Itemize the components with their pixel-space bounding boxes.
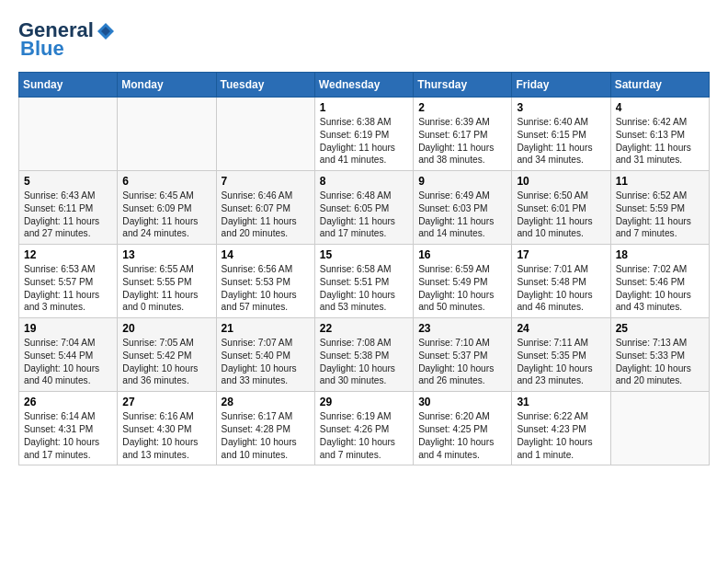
day-number: 31 xyxy=(517,396,605,408)
calendar-cell: 9Sunrise: 6:49 AM Sunset: 6:03 PM Daylig… xyxy=(414,171,512,245)
day-info: Sunrise: 6:49 AM Sunset: 6:03 PM Dayligh… xyxy=(418,190,506,240)
day-info: Sunrise: 6:53 AM Sunset: 5:57 PM Dayligh… xyxy=(24,263,112,314)
day-number: 23 xyxy=(418,322,506,335)
day-number: 24 xyxy=(517,322,605,335)
day-info: Sunrise: 6:14 AM Sunset: 4:31 PM Dayligh… xyxy=(24,410,112,461)
day-info: Sunrise: 6:39 AM Sunset: 6:17 PM Dayligh… xyxy=(418,116,506,167)
calendar-cell: 22Sunrise: 7:08 AM Sunset: 5:38 PM Dayli… xyxy=(314,318,413,392)
calendar-cell: 2Sunrise: 6:39 AM Sunset: 6:17 PM Daylig… xyxy=(414,98,512,171)
calendar-cell xyxy=(216,98,314,171)
calendar-cell: 3Sunrise: 6:40 AM Sunset: 6:15 PM Daylig… xyxy=(512,98,610,171)
calendar-cell: 20Sunrise: 7:05 AM Sunset: 5:42 PM Dayli… xyxy=(118,318,216,392)
day-number: 20 xyxy=(122,322,210,335)
day-number: 28 xyxy=(222,396,310,408)
day-number: 21 xyxy=(222,322,310,335)
calendar-week-row: 12Sunrise: 6:53 AM Sunset: 5:57 PM Dayli… xyxy=(19,245,710,318)
day-info: Sunrise: 7:10 AM Sunset: 5:37 PM Dayligh… xyxy=(418,337,506,387)
day-info: Sunrise: 6:48 AM Sunset: 6:05 PM Dayligh… xyxy=(320,190,408,240)
day-number: 13 xyxy=(122,248,210,261)
calendar-cell: 19Sunrise: 7:04 AM Sunset: 5:44 PM Dayli… xyxy=(19,318,118,392)
day-info: Sunrise: 6:16 AM Sunset: 4:30 PM Dayligh… xyxy=(122,410,210,461)
day-of-week-header: Sunday xyxy=(19,73,118,98)
day-number: 9 xyxy=(418,175,506,188)
day-number: 29 xyxy=(320,396,408,408)
day-info: Sunrise: 7:01 AM Sunset: 5:48 PM Dayligh… xyxy=(517,263,605,314)
day-info: Sunrise: 6:40 AM Sunset: 6:15 PM Dayligh… xyxy=(517,116,605,167)
logo-icon xyxy=(96,21,116,41)
calendar-cell: 12Sunrise: 6:53 AM Sunset: 5:57 PM Dayli… xyxy=(19,245,118,318)
calendar-cell: 31Sunrise: 6:22 AM Sunset: 4:23 PM Dayli… xyxy=(512,392,610,465)
calendar-cell: 10Sunrise: 6:50 AM Sunset: 6:01 PM Dayli… xyxy=(512,171,610,245)
calendar-cell xyxy=(118,98,216,171)
day-of-week-header: Friday xyxy=(512,73,610,98)
calendar-cell: 24Sunrise: 7:11 AM Sunset: 5:35 PM Dayli… xyxy=(512,318,610,392)
day-number: 6 xyxy=(122,175,210,188)
day-info: Sunrise: 7:08 AM Sunset: 5:38 PM Dayligh… xyxy=(320,337,408,387)
day-number: 10 xyxy=(517,175,605,188)
day-number: 8 xyxy=(320,175,408,188)
day-info: Sunrise: 6:42 AM Sunset: 6:13 PM Dayligh… xyxy=(616,116,704,167)
day-number: 14 xyxy=(222,248,310,261)
day-number: 15 xyxy=(320,248,408,261)
day-number: 18 xyxy=(616,248,704,261)
day-of-week-header: Wednesday xyxy=(314,73,413,98)
day-info: Sunrise: 6:55 AM Sunset: 5:55 PM Dayligh… xyxy=(122,263,210,314)
day-info: Sunrise: 7:04 AM Sunset: 5:44 PM Dayligh… xyxy=(24,337,112,387)
calendar-cell: 1Sunrise: 6:38 AM Sunset: 6:19 PM Daylig… xyxy=(314,98,413,171)
day-of-week-header: Thursday xyxy=(414,73,512,98)
day-number: 25 xyxy=(616,322,704,335)
day-info: Sunrise: 6:45 AM Sunset: 6:09 PM Dayligh… xyxy=(122,190,210,240)
day-number: 7 xyxy=(222,175,310,188)
day-number: 5 xyxy=(24,175,112,188)
day-info: Sunrise: 7:11 AM Sunset: 5:35 PM Dayligh… xyxy=(517,337,605,387)
day-number: 26 xyxy=(24,396,112,408)
day-info: Sunrise: 7:07 AM Sunset: 5:40 PM Dayligh… xyxy=(222,337,310,387)
day-info: Sunrise: 6:17 AM Sunset: 4:28 PM Dayligh… xyxy=(222,410,310,461)
day-number: 19 xyxy=(24,322,112,335)
day-number: 4 xyxy=(616,101,704,114)
day-number: 2 xyxy=(418,101,506,114)
calendar-cell: 30Sunrise: 6:20 AM Sunset: 4:25 PM Dayli… xyxy=(414,392,512,465)
calendar-cell: 4Sunrise: 6:42 AM Sunset: 6:13 PM Daylig… xyxy=(610,98,709,171)
logo: General Blue xyxy=(18,18,118,61)
day-info: Sunrise: 6:52 AM Sunset: 5:59 PM Dayligh… xyxy=(616,190,704,240)
day-info: Sunrise: 7:13 AM Sunset: 5:33 PM Dayligh… xyxy=(616,337,704,387)
day-number: 22 xyxy=(320,322,408,335)
day-number: 11 xyxy=(616,175,704,188)
calendar-cell: 17Sunrise: 7:01 AM Sunset: 5:48 PM Dayli… xyxy=(512,245,610,318)
day-number: 12 xyxy=(24,248,112,261)
day-of-week-header: Tuesday xyxy=(216,73,314,98)
calendar-cell: 13Sunrise: 6:55 AM Sunset: 5:55 PM Dayli… xyxy=(118,245,216,318)
day-of-week-header: Monday xyxy=(118,73,216,98)
logo-blue-text: Blue xyxy=(20,37,64,61)
day-info: Sunrise: 7:02 AM Sunset: 5:46 PM Dayligh… xyxy=(616,263,704,314)
calendar-cell: 25Sunrise: 7:13 AM Sunset: 5:33 PM Dayli… xyxy=(610,318,709,392)
day-number: 30 xyxy=(418,396,506,408)
header: General Blue xyxy=(18,18,710,61)
calendar-week-row: 19Sunrise: 7:04 AM Sunset: 5:44 PM Dayli… xyxy=(19,318,710,392)
day-info: Sunrise: 6:58 AM Sunset: 5:51 PM Dayligh… xyxy=(320,263,408,314)
day-info: Sunrise: 6:56 AM Sunset: 5:53 PM Dayligh… xyxy=(222,263,310,314)
day-info: Sunrise: 7:05 AM Sunset: 5:42 PM Dayligh… xyxy=(122,337,210,387)
day-info: Sunrise: 6:59 AM Sunset: 5:49 PM Dayligh… xyxy=(418,263,506,314)
day-info: Sunrise: 6:19 AM Sunset: 4:26 PM Dayligh… xyxy=(320,410,408,461)
day-info: Sunrise: 6:50 AM Sunset: 6:01 PM Dayligh… xyxy=(517,190,605,240)
calendar-cell xyxy=(610,392,709,465)
calendar-cell: 6Sunrise: 6:45 AM Sunset: 6:09 PM Daylig… xyxy=(118,171,216,245)
day-info: Sunrise: 6:20 AM Sunset: 4:25 PM Dayligh… xyxy=(418,410,506,461)
calendar-table: SundayMondayTuesdayWednesdayThursdayFrid… xyxy=(18,72,710,465)
calendar-week-row: 5Sunrise: 6:43 AM Sunset: 6:11 PM Daylig… xyxy=(19,171,710,245)
calendar-cell: 7Sunrise: 6:46 AM Sunset: 6:07 PM Daylig… xyxy=(216,171,314,245)
day-info: Sunrise: 6:43 AM Sunset: 6:11 PM Dayligh… xyxy=(24,190,112,240)
day-number: 16 xyxy=(418,248,506,261)
calendar-cell: 29Sunrise: 6:19 AM Sunset: 4:26 PM Dayli… xyxy=(314,392,413,465)
calendar-cell: 14Sunrise: 6:56 AM Sunset: 5:53 PM Dayli… xyxy=(216,245,314,318)
calendar-cell: 21Sunrise: 7:07 AM Sunset: 5:40 PM Dayli… xyxy=(216,318,314,392)
calendar-week-row: 1Sunrise: 6:38 AM Sunset: 6:19 PM Daylig… xyxy=(19,98,710,171)
calendar-cell: 16Sunrise: 6:59 AM Sunset: 5:49 PM Dayli… xyxy=(414,245,512,318)
day-info: Sunrise: 6:22 AM Sunset: 4:23 PM Dayligh… xyxy=(517,410,605,461)
day-number: 17 xyxy=(517,248,605,261)
calendar-cell: 8Sunrise: 6:48 AM Sunset: 6:05 PM Daylig… xyxy=(314,171,413,245)
calendar-cell xyxy=(19,98,118,171)
day-number: 3 xyxy=(517,101,605,114)
